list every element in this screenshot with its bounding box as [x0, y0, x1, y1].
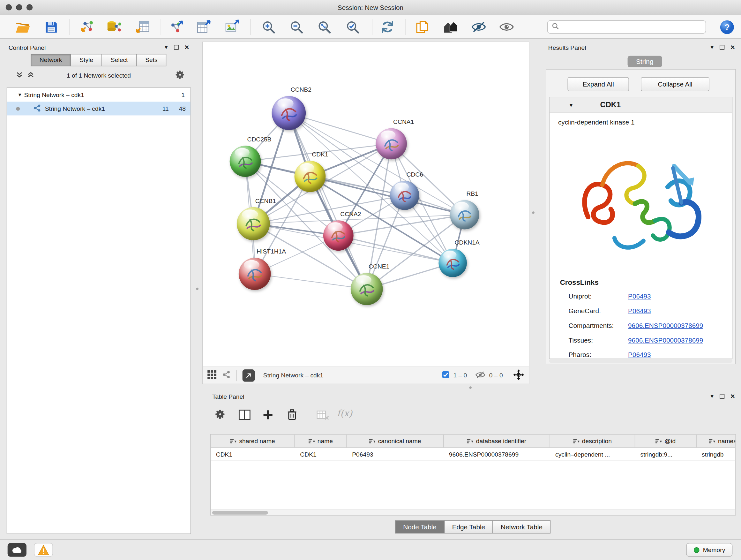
export-view-button[interactable]	[243, 369, 255, 381]
panel-float-icon[interactable]: ▾	[165, 44, 167, 50]
crosslink-link-pharos[interactable]: P06493	[628, 351, 651, 358]
add-column-icon[interactable]	[263, 410, 273, 422]
fit-crosshair-icon[interactable]	[513, 369, 524, 381]
zoom-fit-icon[interactable]	[316, 19, 332, 35]
network-collection-count: 1	[181, 91, 185, 98]
network-collection-row[interactable]: ▼ String Network – cdk1 1	[7, 88, 191, 102]
network-node-cdc6[interactable]	[390, 181, 419, 210]
export-image-icon[interactable]	[224, 19, 240, 35]
show-columns-icon[interactable]	[239, 410, 251, 422]
crosslink-row: Compartments:9606.ENSP00000378699	[549, 318, 732, 333]
network-share-icon[interactable]	[222, 370, 231, 380]
table-tab-node-table[interactable]: Node Table	[395, 520, 445, 534]
open-session-icon[interactable]	[15, 19, 30, 35]
column-header-id[interactable]: @id	[635, 435, 697, 447]
help-icon[interactable]: ?	[719, 19, 735, 35]
crosslink-link-genecard[interactable]: P06493	[628, 307, 651, 314]
import-network-file-icon[interactable]	[79, 19, 95, 35]
collapse-arrow-icon[interactable]: ▼	[568, 102, 574, 108]
results-scrollbar[interactable]	[549, 359, 733, 363]
export-network-icon[interactable]	[168, 19, 184, 35]
network-row-selected[interactable]: String Network – cdk1 11 48	[7, 102, 191, 116]
control-tab-sets[interactable]: Sets	[136, 54, 166, 66]
column-header-name[interactable]: name	[295, 435, 347, 447]
control-tab-style[interactable]: Style	[71, 54, 102, 66]
column-header-description[interactable]: description	[550, 435, 635, 447]
zoom-in-icon[interactable]	[260, 19, 276, 35]
network-edge[interactable]	[255, 274, 367, 289]
network-node-rb1[interactable]	[450, 200, 479, 230]
import-network-database-icon[interactable]	[106, 19, 122, 35]
cloud-button[interactable]	[8, 543, 26, 557]
panel-close-icon[interactable]: ×	[185, 44, 189, 51]
network-canvas[interactable]: CCNB2CCNA1CDC25BCDK1CDC6RB1CCNB1CCNA2CDK…	[203, 42, 529, 367]
refresh-icon[interactable]	[380, 19, 395, 35]
panel-close-icon[interactable]: ×	[731, 393, 735, 400]
toolbar-search	[547, 20, 706, 34]
network-node-ccna2[interactable]	[323, 220, 354, 251]
network-node-ccne1[interactable]	[351, 273, 383, 305]
network-node-hist1h1a[interactable]	[239, 258, 271, 290]
network-node-label: HIST1H1A	[257, 248, 286, 255]
column-header-namespace[interactable]: namespace	[697, 435, 736, 447]
network-node-ccna1[interactable]	[376, 128, 407, 159]
panel-float-icon[interactable]: ▾	[711, 394, 714, 399]
table-panel: Table Panel ▾ × f(x) shared namenamecano…	[206, 391, 739, 537]
column-header-databaseidentifier[interactable]: database identifier	[444, 435, 550, 447]
control-tab-network[interactable]: Network	[30, 54, 71, 66]
hidden-eye-slash-icon[interactable]	[475, 371, 485, 380]
tab-string[interactable]: String	[628, 56, 662, 67]
zoom-out-icon[interactable]	[288, 19, 304, 35]
search-input[interactable]	[562, 23, 701, 30]
zoom-selected-icon[interactable]	[345, 19, 360, 35]
table-settings-gear-icon[interactable]	[214, 409, 226, 422]
table-tab-edge-table[interactable]: Edge Table	[444, 520, 493, 534]
crosslink-link-compartments[interactable]: 9606.ENSP00000378699	[628, 321, 703, 329]
hide-glass-eye-slash-icon[interactable]	[471, 19, 487, 35]
network-edge[interactable]	[289, 113, 367, 289]
panel-float-icon[interactable]: ▾	[711, 44, 714, 50]
collapse-all-button[interactable]: Collapse All	[641, 77, 710, 91]
expand-all-button[interactable]: Expand All	[568, 77, 629, 91]
network-options-gear-icon[interactable]	[175, 69, 185, 81]
horizontal-splitter-grip[interactable]	[469, 386, 472, 388]
table-tab-network-table[interactable]: Network Table	[493, 520, 550, 534]
delete-column-trash-icon[interactable]	[287, 409, 297, 422]
column-header-canonicalname[interactable]: canonical name	[347, 435, 444, 447]
cybrowser-home-icon[interactable]	[443, 19, 459, 35]
memory-button[interactable]: Memory	[686, 543, 732, 557]
protein-squiggle-icon	[381, 134, 401, 154]
clone-network-icon[interactable]	[414, 19, 430, 35]
protein-card-header[interactable]: ▼ CDK1	[549, 98, 732, 112]
vertical-splitter-grip[interactable]	[532, 211, 534, 213]
network-node-cdc25b[interactable]	[230, 145, 261, 177]
selected-checkbox-icon[interactable]	[442, 371, 450, 380]
warnings-button[interactable]	[34, 543, 53, 557]
control-tab-select[interactable]: Select	[102, 54, 137, 66]
panel-maximize-icon[interactable]	[174, 45, 179, 50]
panel-maximize-icon[interactable]	[720, 45, 724, 50]
protein-squiggle-icon	[356, 278, 377, 299]
protein-squiggle-icon	[244, 263, 265, 284]
panel-maximize-icon[interactable]	[720, 394, 724, 399]
import-table-icon[interactable]	[134, 19, 150, 35]
show-glass-eye-icon[interactable]	[498, 19, 515, 35]
network-node-cdkn1a[interactable]	[439, 249, 467, 277]
network-node-ccnb2[interactable]	[272, 96, 306, 130]
network-view-title: String Network – cdk1	[263, 372, 323, 379]
crosslinks-heading: CrossLinks	[560, 278, 599, 286]
crosslink-link-tissues[interactable]: 9606.ENSP00000378699	[628, 336, 703, 344]
export-table-icon[interactable]	[196, 19, 212, 35]
vertical-splitter-grip[interactable]	[196, 288, 199, 290]
table-row[interactable]: CDK1CDK1P064939606.ENSP00000378699cyclin…	[211, 448, 735, 461]
tree-expand-icon[interactable]: ▼	[17, 92, 24, 98]
crosslink-link-uniprot[interactable]: P06493	[628, 292, 651, 300]
save-session-icon[interactable]	[43, 19, 59, 35]
scrollbar-thumb[interactable]	[212, 510, 268, 514]
panel-close-icon[interactable]: ×	[731, 44, 735, 51]
column-header-sharedname[interactable]: shared name	[211, 435, 295, 447]
network-node-cdk1[interactable]	[294, 161, 326, 192]
network-node-ccnb1[interactable]	[237, 207, 270, 240]
table-horizontal-scrollbar[interactable]	[211, 509, 735, 515]
birdseye-grid-icon[interactable]	[207, 370, 216, 381]
